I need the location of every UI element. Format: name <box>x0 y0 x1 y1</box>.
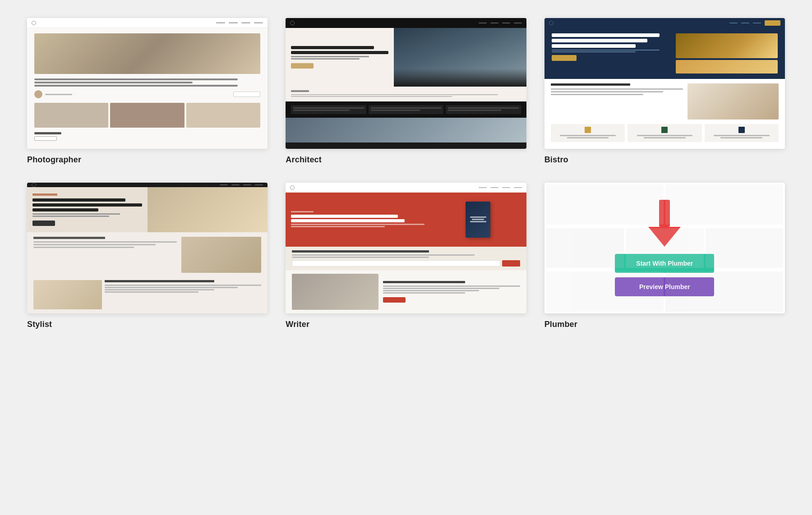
logo-icon <box>549 21 554 25</box>
plumber-preview: Start With Plumber Preview Plumber <box>544 183 785 313</box>
card-bistro: Bistro <box>544 18 785 165</box>
template-grid: Photographer <box>27 18 785 329</box>
architect-hero <box>286 28 526 87</box>
architect-hero-text <box>286 28 394 87</box>
architect-navbar <box>286 18 526 28</box>
logo-icon <box>32 21 36 25</box>
card-stylist: Stylist <box>27 183 268 329</box>
photographer-body <box>27 28 268 149</box>
story-image <box>292 274 378 310</box>
stylist-navbar <box>27 183 268 187</box>
bistro-preview[interactable] <box>544 18 785 149</box>
recent-work-label <box>34 132 61 134</box>
bistro-navbar <box>544 18 785 28</box>
nav-links <box>479 23 522 23</box>
photographer-btn <box>233 92 260 97</box>
stylist-hero <box>27 187 268 232</box>
architect-about <box>286 87 526 101</box>
photographer-preview[interactable] <box>27 18 268 149</box>
stylist-label: Stylist <box>27 320 52 329</box>
subscribe-btn[interactable] <box>502 260 520 267</box>
stylist-hero-image <box>148 187 268 232</box>
email-field[interactable] <box>292 260 500 267</box>
card-photographer: Photographer <box>27 18 268 165</box>
card-architect: Architect <box>286 18 526 165</box>
photographer-hero-image <box>34 33 260 74</box>
writer-story <box>286 270 526 313</box>
logo-icon <box>32 183 36 187</box>
writer-preview[interactable] <box>286 183 526 313</box>
architect-hero-image <box>394 28 526 87</box>
nav-links <box>729 23 761 23</box>
bistro-feature-icon-1 <box>585 127 591 133</box>
stylist-preview[interactable] <box>27 183 268 313</box>
bistro-label: Bistro <box>544 155 568 165</box>
bistro-food-image-2 <box>676 60 778 74</box>
nav-links <box>220 184 263 185</box>
stylist-about <box>27 232 268 277</box>
bistro-about <box>544 79 785 124</box>
bistro-features <box>544 124 785 147</box>
stylist-about-image <box>181 237 261 273</box>
bistro-hero-images <box>676 33 778 74</box>
photographer-avatar-row <box>34 90 260 98</box>
bistro-hero-btn <box>552 55 577 61</box>
writer-label: Writer <box>286 320 309 329</box>
bistro-about-image <box>687 83 779 120</box>
avatar <box>34 90 42 98</box>
stylist-work-image <box>33 280 102 309</box>
writer-navbar <box>286 183 526 193</box>
nav-links <box>479 187 522 188</box>
architect-cta-btn <box>291 63 314 69</box>
photo-thumb-2 <box>110 103 184 128</box>
writer-signup-form <box>292 260 520 267</box>
card-plumber: Start With Plumber Preview Plumber Plumb… <box>544 183 785 329</box>
architect-city-image <box>286 118 526 143</box>
photographer-images-row <box>34 103 260 128</box>
photographer-navbar <box>27 18 268 28</box>
bistro-nav-cta <box>765 20 780 26</box>
architect-cards <box>286 101 526 118</box>
bistro-feature-icon-2 <box>661 127 668 133</box>
logo-icon <box>290 21 295 25</box>
photographer-outline-btn <box>34 136 57 141</box>
architect-label: Architect <box>286 155 322 165</box>
card-writer: Writer <box>286 183 526 329</box>
story-read-btn[interactable] <box>383 297 406 303</box>
photo-thumb-3 <box>186 103 260 128</box>
bistro-hero <box>544 28 785 79</box>
stylist-hero-text <box>27 187 148 232</box>
book-cover <box>466 202 490 238</box>
nav-links <box>216 22 263 23</box>
photographer-text <box>34 78 260 87</box>
architect-preview[interactable] <box>286 18 526 149</box>
photographer-label: Photographer <box>27 155 81 165</box>
bistro-feature-icon-3 <box>738 127 745 133</box>
bistro-hero-text <box>552 33 672 74</box>
writer-signup <box>286 247 526 270</box>
stylist-cta-btn <box>32 221 55 226</box>
story-text <box>383 274 520 310</box>
bistro-food-image-1 <box>676 33 778 58</box>
photo-thumb-1 <box>34 103 108 128</box>
writer-hero-text <box>286 193 430 247</box>
logo-icon <box>290 185 295 190</box>
plumber-bg-preview <box>544 183 785 313</box>
plumber-label: Plumber <box>544 320 577 329</box>
writer-hero <box>286 193 526 247</box>
stylist-work <box>27 277 268 313</box>
writer-book-area <box>430 193 526 247</box>
